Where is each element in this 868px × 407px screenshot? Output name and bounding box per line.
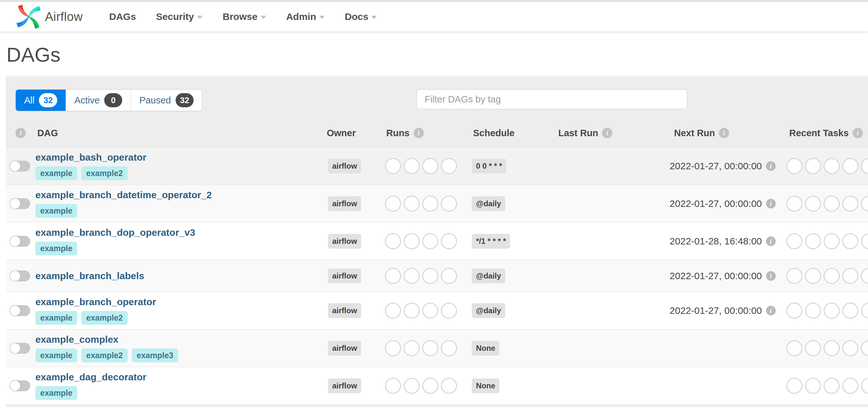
task-status-circle[interactable] xyxy=(422,196,438,212)
task-status-circle[interactable] xyxy=(441,158,457,174)
task-status-circle[interactable] xyxy=(441,196,457,212)
task-status-circle[interactable] xyxy=(786,268,802,284)
dag-tag-example3[interactable]: example3 xyxy=(132,348,178,362)
info-icon[interactable]: i xyxy=(766,199,776,208)
task-status-circle[interactable] xyxy=(422,340,438,356)
pause-toggle[interactable] xyxy=(10,161,30,172)
task-status-circle[interactable] xyxy=(404,303,420,319)
task-status-circle[interactable] xyxy=(786,303,802,319)
pause-toggle[interactable] xyxy=(10,305,30,316)
info-icon[interactable]: i xyxy=(766,161,776,171)
task-status-circle[interactable] xyxy=(842,303,858,319)
task-status-circle[interactable] xyxy=(842,233,858,249)
task-status-circle[interactable] xyxy=(861,233,868,249)
header-schedule[interactable]: Schedule xyxy=(471,128,556,138)
task-status-circle[interactable] xyxy=(842,158,858,174)
schedule-badge[interactable]: None xyxy=(472,341,499,355)
pause-toggle[interactable] xyxy=(10,198,30,209)
owner-badge[interactable]: airflow xyxy=(328,303,361,318)
task-status-circle[interactable] xyxy=(441,303,457,319)
task-status-circle[interactable] xyxy=(441,378,457,394)
task-status-circle[interactable] xyxy=(842,340,858,356)
task-status-circle[interactable] xyxy=(805,340,821,356)
owner-badge[interactable]: airflow xyxy=(328,341,361,355)
task-status-circle[interactable] xyxy=(842,196,858,212)
owner-badge[interactable]: airflow xyxy=(328,269,361,283)
dag-name-link[interactable]: example_branch_labels xyxy=(35,270,145,281)
task-status-circle[interactable] xyxy=(404,340,420,356)
schedule-badge[interactable]: None xyxy=(472,378,499,393)
task-status-circle[interactable] xyxy=(385,303,401,319)
task-status-circle[interactable] xyxy=(385,268,401,284)
task-status-circle[interactable] xyxy=(842,268,858,284)
owner-badge[interactable]: airflow xyxy=(328,234,361,249)
dag-tag-example2[interactable]: example2 xyxy=(81,311,128,325)
info-icon[interactable]: i xyxy=(602,128,612,138)
task-status-circle[interactable] xyxy=(385,233,401,249)
header-owner[interactable]: Owner xyxy=(325,128,384,138)
task-status-circle[interactable] xyxy=(404,268,420,284)
dag-name-link[interactable]: example_bash_operator xyxy=(35,152,146,163)
task-status-circle[interactable] xyxy=(805,268,821,284)
info-icon[interactable]: i xyxy=(852,128,863,138)
task-status-circle[interactable] xyxy=(422,268,438,284)
task-status-circle[interactable] xyxy=(861,378,868,394)
info-icon[interactable]: i xyxy=(413,128,424,138)
task-status-circle[interactable] xyxy=(824,268,840,284)
dag-tag-example2[interactable]: example2 xyxy=(81,348,128,362)
schedule-badge[interactable]: */1 * * * * xyxy=(472,234,510,249)
task-status-circle[interactable] xyxy=(385,158,401,174)
header-recent-tasks[interactable]: Recent Tasks i xyxy=(778,128,868,138)
pause-toggle[interactable] xyxy=(10,236,30,247)
owner-badge[interactable]: airflow xyxy=(328,159,361,173)
info-icon[interactable]: i xyxy=(16,128,26,138)
dag-tag-example[interactable]: example xyxy=(35,242,77,256)
schedule-badge[interactable]: @daily xyxy=(472,196,505,211)
owner-badge[interactable]: airflow xyxy=(328,378,361,393)
task-status-circle[interactable] xyxy=(385,378,401,394)
task-status-circle[interactable] xyxy=(786,378,802,394)
task-status-circle[interactable] xyxy=(441,268,457,284)
owner-badge[interactable]: airflow xyxy=(328,196,361,211)
info-icon[interactable]: i xyxy=(766,236,776,246)
task-status-circle[interactable] xyxy=(422,233,438,249)
dag-name-link[interactable]: example_branch_operator xyxy=(35,297,156,307)
nav-item-admin[interactable]: Admin xyxy=(286,11,325,22)
task-status-circle[interactable] xyxy=(404,233,420,249)
task-status-circle[interactable] xyxy=(385,196,401,212)
nav-item-dags[interactable]: DAGs xyxy=(110,11,136,22)
tab-all[interactable]: All 32 xyxy=(16,90,66,111)
schedule-badge[interactable]: @daily xyxy=(472,269,505,283)
dag-tag-example2[interactable]: example2 xyxy=(81,166,128,180)
dag-name-link[interactable]: example_complex xyxy=(35,334,118,345)
schedule-badge[interactable]: @daily xyxy=(472,303,505,318)
pause-toggle[interactable] xyxy=(10,380,30,391)
task-status-circle[interactable] xyxy=(786,340,802,356)
tab-active[interactable]: Active 0 xyxy=(66,90,130,111)
header-runs[interactable]: Runs i xyxy=(384,128,471,138)
dag-tag-example[interactable]: example xyxy=(35,166,77,180)
task-status-circle[interactable] xyxy=(861,340,868,356)
airflow-brand[interactable]: Airflow xyxy=(16,3,83,30)
task-status-circle[interactable] xyxy=(404,378,420,394)
info-icon[interactable]: i xyxy=(719,128,729,138)
header-last-run[interactable]: Last Run i xyxy=(556,128,672,138)
nav-item-browse[interactable]: Browse xyxy=(222,11,266,22)
dag-name-link[interactable]: example_branch_dop_operator_v3 xyxy=(35,227,195,238)
dag-name-link[interactable]: example_branch_datetime_operator_2 xyxy=(35,190,212,200)
task-status-circle[interactable] xyxy=(385,340,401,356)
task-status-circle[interactable] xyxy=(861,196,868,212)
task-status-circle[interactable] xyxy=(422,378,438,394)
task-status-circle[interactable] xyxy=(861,303,868,319)
task-status-circle[interactable] xyxy=(441,340,457,356)
task-status-circle[interactable] xyxy=(824,303,840,319)
dag-tag-example[interactable]: example xyxy=(35,386,77,400)
task-status-circle[interactable] xyxy=(404,196,420,212)
task-status-circle[interactable] xyxy=(824,196,840,212)
task-status-circle[interactable] xyxy=(824,340,840,356)
task-status-circle[interactable] xyxy=(786,196,802,212)
task-status-circle[interactable] xyxy=(861,268,868,284)
task-status-circle[interactable] xyxy=(422,303,438,319)
dag-name-link[interactable]: example_dag_decorator xyxy=(35,372,146,382)
task-status-circle[interactable] xyxy=(404,158,420,174)
